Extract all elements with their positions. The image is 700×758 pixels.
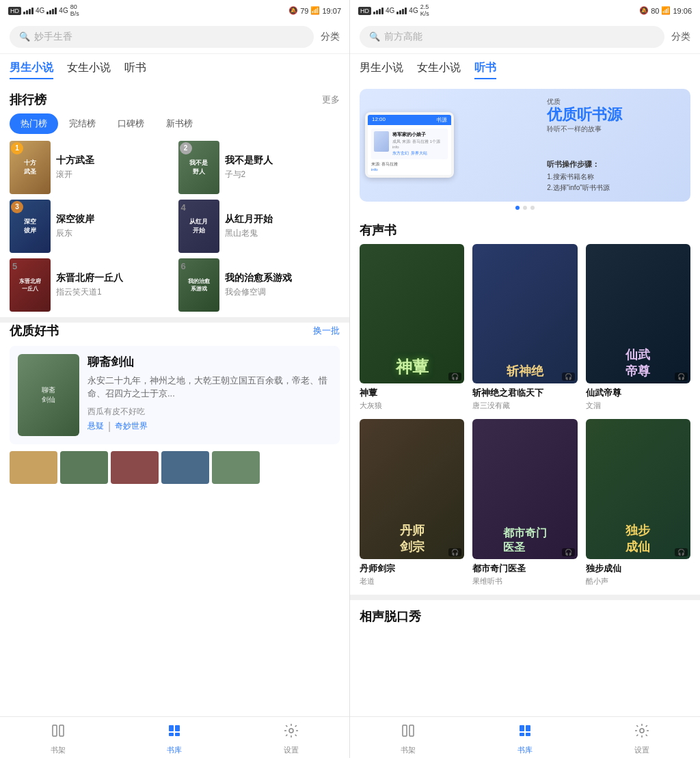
classify-btn-left[interactable]: 分类 — [321, 31, 340, 43]
audio-book-author-2: 唐三没有藏 — [472, 401, 577, 411]
audio-book-title-5: 都市奇门医圣 — [472, 563, 577, 575]
rank-item-3[interactable]: 深空彼岸 3 深空彼岸 辰东 — [10, 200, 172, 253]
nav-library-label-left: 书库 — [167, 745, 182, 755]
svg-rect-12 — [526, 733, 530, 736]
more-link[interactable]: 更多 — [322, 94, 340, 106]
rank-badge-1: 1 — [11, 142, 23, 154]
dot-1 — [515, 206, 520, 210]
svg-rect-9 — [520, 725, 524, 731]
audio-item-5[interactable]: 都市奇门医圣 🎧 都市奇门医圣 果维听书 — [472, 419, 577, 586]
audio-book-title-1: 神蕈 — [360, 387, 464, 399]
audio-headphone-3: 🎧 — [675, 373, 688, 381]
phone-book-meta1: 成凤 来源: 喜马拉雅 1个源 — [392, 139, 440, 145]
rank-tab-new[interactable]: 新书榜 — [155, 113, 204, 134]
rank-cover-2: 我不是野人 2 — [178, 141, 219, 194]
nav-settings-label-left: 设置 — [284, 745, 299, 755]
speed-right: 2.5K/s — [420, 4, 429, 18]
audio-cover-5: 都市奇门医圣 🎧 — [472, 419, 577, 558]
svg-rect-8 — [409, 725, 414, 736]
banner-steps: 听书操作步骤： 1.搜索书籍名称 2.选择"info"听书书源 — [547, 159, 685, 193]
refresh-btn[interactable]: 换一批 — [313, 325, 340, 337]
cover-text-5: 东晋北府一丘八 — [18, 276, 42, 294]
thumb-4[interactable] — [161, 451, 209, 484]
quality-card[interactable]: 聊斋剑仙 聊斋剑仙 永安二十九年，神州之地，大乾王朝立国五百余载，帝老、惜命、召… — [10, 346, 340, 444]
audio-source-banner[interactable]: 12:00 书源 将军家的小娘子 成凤 来源: 喜马拉雅 1个源 info 东方 — [360, 89, 690, 202]
quality-info: 聊斋剑仙 永安二十九年，神州之地，大乾王朝立国五百余载，帝老、惜命、召四方之士于… — [88, 354, 332, 436]
nav-settings-right[interactable]: 设置 — [583, 722, 700, 755]
audio-title-overlay-4: 丹师剑宗 — [400, 522, 425, 555]
svg-rect-0 — [53, 725, 57, 736]
tab-male-novel-right[interactable]: 男生小说 — [360, 61, 403, 79]
rank-row-3: 东晋北府一丘八 5 东晋北府一丘八 指云笑天道1 我的治愈系游戏 6 — [10, 258, 340, 312]
rank-list: 十方武圣 1 十方武圣 滚开 我不是野人 2 — [0, 141, 349, 312]
audio-item-4[interactable]: 丹师剑宗 🎧 丹师剑宗 老道 — [360, 419, 464, 586]
audio-item-2[interactable]: 斩神绝 🎧 斩神绝之君临天下 唐三没有藏 — [472, 244, 577, 411]
quality-section: 优质好书 换一批 聊斋剑仙 聊斋剑仙 永安二十九年，神州之地，大乾王朝立国五百余… — [0, 323, 349, 444]
audio-cover-img-3: 仙武帝尊 — [586, 244, 690, 383]
rank-author-5: 指云笑天道1 — [56, 286, 123, 298]
rank-tab-reputation[interactable]: 口碑榜 — [107, 113, 155, 134]
banner-title-block: 优质 优质听书源 聆听不一样的故事 — [547, 97, 685, 134]
tab-audiobook-right[interactable]: 听书 — [474, 61, 496, 79]
audio-cover-4: 丹师剑宗 🎧 — [360, 419, 464, 558]
search-icon-right: 🔍 — [369, 31, 380, 42]
audio-book-author-4: 老道 — [360, 576, 464, 586]
audio-item-6[interactable]: 独步成仙 🎧 独步成仙 酷小声 — [586, 419, 690, 586]
nav-library-left[interactable]: 书库 — [116, 722, 232, 755]
nav-bookshelf-right[interactable]: 书架 — [350, 722, 467, 755]
source-row-1: 来源: 喜马拉雅 — [371, 161, 448, 167]
rank-tab-hot[interactable]: 热门榜 — [10, 113, 58, 134]
nav-bookshelf-left[interactable]: 书架 — [0, 722, 116, 755]
thumb-1[interactable] — [10, 451, 57, 484]
rank-item-4[interactable]: 从红月开始 4 从红月开始 黑山老鬼 — [178, 200, 340, 253]
audio-cover-img-6: 独步成仙 — [586, 419, 690, 558]
tab-male-novel-left[interactable]: 男生小说 — [10, 61, 53, 79]
quality-tag-1[interactable]: 悬疑 — [88, 420, 104, 433]
rank-number-6: 6 — [181, 261, 186, 271]
hd-badge: HD — [8, 7, 21, 15]
status-right-left: 🔕 79 📶 19:07 — [288, 6, 341, 15]
rank-author-1: 滚开 — [56, 169, 94, 180]
tab-female-novel-right[interactable]: 女生小说 — [417, 61, 461, 79]
nav-settings-left[interactable]: 设置 — [233, 722, 349, 755]
audio-item-3[interactable]: 仙武帝尊 🎧 仙武帝尊 文涸 — [586, 244, 690, 411]
nav-library-icon-right — [517, 722, 533, 743]
rank-tab-complete[interactable]: 完结榜 — [58, 113, 107, 134]
rank-item-5[interactable]: 东晋北府一丘八 5 东晋北府一丘八 指云笑天道1 — [10, 258, 172, 312]
rank-item-2[interactable]: 我不是野人 2 我不是野人 子与2 — [178, 141, 340, 194]
banner-dots — [350, 206, 700, 210]
audio-item-1[interactable]: 神蕈 🎧 神蕈 大灰狼 — [360, 244, 464, 411]
nav-bookshelf-icon-left — [50, 722, 66, 743]
classify-btn-right[interactable]: 分类 — [671, 31, 690, 43]
search-input-left[interactable]: 🔍 妙手生香 — [10, 26, 314, 48]
audio-book-title-6: 独步成仙 — [586, 563, 690, 575]
standup-section-header: 相声脱口秀 — [350, 600, 700, 630]
cover-text-6: 我的治愈系游戏 — [187, 276, 211, 294]
rank-info-6: 我的治愈系游戏 我会修空调 — [225, 272, 292, 298]
rank-info-4: 从红月开始 黑山老鬼 — [225, 213, 273, 239]
audio-headphone-6: 🎧 — [675, 548, 688, 556]
quality-header: 优质好书 换一批 — [10, 323, 340, 339]
banner-right: 优质 优质听书源 聆听不一样的故事 听书操作步骤： 1.搜索书籍名称 2.选择"… — [541, 89, 690, 202]
audiobooks-section-header: 有声书 — [350, 214, 700, 244]
rank-cover-5: 东晋北府一丘八 5 — [10, 258, 51, 312]
rank-item-6[interactable]: 我的治愈系游戏 6 我的治愈系游戏 我会修空调 — [178, 258, 340, 312]
rank-item-1[interactable]: 十方武圣 1 十方武圣 滚开 — [10, 141, 172, 194]
audio-headphone-4: 🎧 — [448, 548, 461, 556]
category-tabs-right: 男生小说 女生小说 听书 — [350, 54, 700, 83]
thumb-5[interactable] — [212, 451, 260, 484]
network-type-left: 4G — [36, 7, 44, 14]
thumb-2[interactable] — [60, 451, 108, 484]
quality-book-title: 聊斋剑仙 — [88, 354, 332, 370]
tab-female-novel-left[interactable]: 女生小说 — [67, 61, 111, 79]
thumb-3[interactable] — [111, 451, 159, 484]
quality-tag-2[interactable]: 奇妙世界 — [115, 420, 148, 433]
tab-audiobook-left[interactable]: 听书 — [124, 61, 146, 79]
audio-cover-img-1: 神蕈 — [360, 244, 464, 383]
divider-1 — [0, 317, 349, 323]
rank-info-5: 东晋北府一丘八 指云笑天道1 — [56, 272, 123, 298]
nav-library-right[interactable]: 书库 — [467, 722, 584, 755]
time-right: 19:06 — [673, 7, 692, 15]
rank-title-4: 从红月开始 — [225, 213, 273, 226]
search-input-right[interactable]: 🔍 前方高能 — [360, 26, 664, 48]
